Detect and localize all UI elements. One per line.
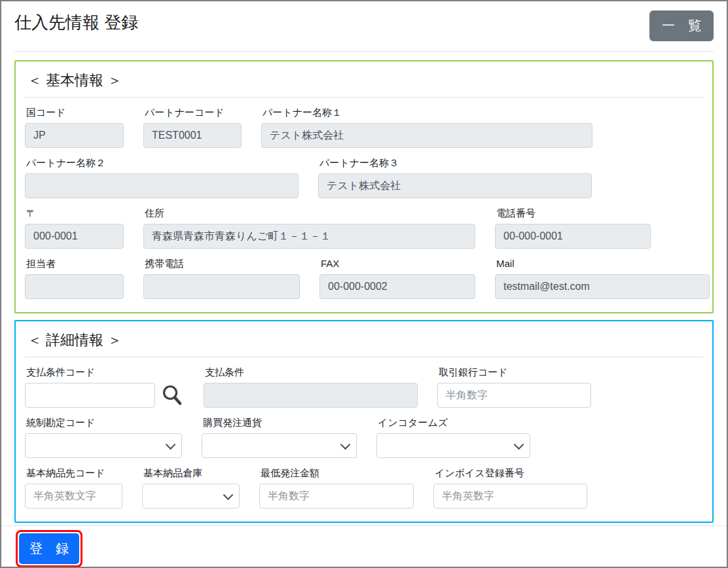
detail-row-3: 基本納品先コード 基本納品倉庫 最低発注金額 インボイス登録番号 xyxy=(25,467,703,508)
partner-name2-input xyxy=(25,173,299,198)
detail-info-divider xyxy=(25,357,703,357)
incoterms-select[interactable] xyxy=(376,433,530,458)
invoice-reg-number-input[interactable] xyxy=(433,484,587,508)
default-delivery-code-label: 基本納品先コード xyxy=(26,467,122,479)
contact-person-label: 担当者 xyxy=(26,258,124,270)
country-code-input xyxy=(25,123,124,148)
register-button-highlight: 登 録 xyxy=(16,530,82,567)
mail-field: Mail xyxy=(495,258,710,299)
basic-info-section: ＜ 基本情報 ＞ 国コード パートナーコード パートナー名称１ パートナー名称２ xyxy=(14,60,714,313)
country-code-field: 国コード xyxy=(25,107,124,148)
contact-person-input xyxy=(25,274,124,299)
po-currency-label: 購買発注通貨 xyxy=(203,417,357,429)
basic-info-title: ＜ 基本情報 ＞ xyxy=(27,71,703,90)
default-warehouse-field: 基本納品倉庫 xyxy=(142,467,240,508)
payment-terms-code-field: 支払条件コード xyxy=(25,366,184,408)
min-order-amount-field: 最低発注金額 xyxy=(259,467,414,508)
bank-code-field: 取引銀行コード xyxy=(437,366,591,408)
partner-name2-field: パートナー名称２ xyxy=(25,157,299,198)
payment-terms-input xyxy=(204,383,418,408)
fax-input xyxy=(319,274,475,299)
payment-terms-field: 支払条件 xyxy=(204,366,418,408)
bank-code-input[interactable] xyxy=(437,383,591,408)
basic-row-2: パートナー名称２ パートナー名称３ xyxy=(25,157,703,198)
footer-divider xyxy=(1,525,727,526)
control-account-code-select[interactable] xyxy=(25,433,182,458)
partner-code-field: パートナーコード xyxy=(143,107,242,148)
address-input xyxy=(143,224,475,249)
supplier-registration-page: 仕入先情報 登録 一 覧 ＜ 基本情報 ＞ 国コード パートナーコード パートナ… xyxy=(0,0,728,568)
incoterms-field: インコタームズ xyxy=(376,417,530,458)
mail-input xyxy=(495,274,710,299)
partner-name3-field: パートナー名称３ xyxy=(318,157,592,198)
fax-label: FAX xyxy=(321,258,475,270)
partner-name1-input xyxy=(261,123,592,148)
contact-person-field: 担当者 xyxy=(25,258,124,299)
country-code-label: 国コード xyxy=(26,107,124,118)
invoice-reg-number-label: インボイス登録番号 xyxy=(435,467,587,479)
detail-info-section: ＜ 詳細情報 ＞ 支払条件コード xyxy=(14,320,714,523)
partner-name3-input xyxy=(318,173,592,198)
postal-code-field: 〒 xyxy=(25,207,124,249)
payment-terms-label: 支払条件 xyxy=(205,366,418,378)
page-title: 仕入先情報 登録 xyxy=(14,9,138,35)
partner-name1-label: パートナー名称１ xyxy=(263,107,592,118)
po-currency-field: 購買発注通貨 xyxy=(202,417,357,458)
mobile-phone-field: 携帯電話 xyxy=(143,258,300,299)
min-order-amount-label: 最低発注金額 xyxy=(261,467,414,479)
partner-code-input xyxy=(143,123,242,148)
postal-code-label: 〒 xyxy=(26,207,124,219)
default-warehouse-select[interactable] xyxy=(142,484,240,508)
address-field: 住所 xyxy=(143,207,475,249)
fax-field: FAX xyxy=(319,258,475,299)
mobile-phone-input xyxy=(143,274,300,299)
register-button[interactable]: 登 録 xyxy=(19,533,79,564)
basic-row-4: 担当者 携帯電話 FAX Mail xyxy=(25,258,703,299)
default-delivery-code-input[interactable] xyxy=(25,484,122,508)
phone-label: 電話番号 xyxy=(496,207,651,219)
phone-input xyxy=(495,224,651,249)
payment-terms-code-label: 支払条件コード xyxy=(26,366,184,378)
postal-code-input xyxy=(25,224,124,249)
payment-terms-code-input[interactable] xyxy=(25,383,155,408)
po-currency-select[interactable] xyxy=(202,433,357,458)
partner-name2-label: パートナー名称２ xyxy=(26,157,299,169)
basic-info-divider xyxy=(25,97,703,98)
mail-label: Mail xyxy=(496,258,710,270)
phone-field: 電話番号 xyxy=(495,207,651,249)
search-icon xyxy=(160,399,184,409)
partner-name1-field: パートナー名称１ xyxy=(261,107,592,148)
payment-terms-search-button[interactable] xyxy=(160,383,184,407)
mobile-phone-label: 携帯電話 xyxy=(145,258,300,270)
default-warehouse-label: 基本納品倉庫 xyxy=(143,467,240,479)
detail-info-title: ＜ 詳細情報 ＞ xyxy=(27,330,703,350)
detail-row-2: 統制勘定コード 購買発注通貨 インコタームズ xyxy=(25,417,703,458)
partner-name3-label: パートナー名称３ xyxy=(319,157,592,169)
control-account-code-field: 統制勘定コード xyxy=(25,417,182,458)
page-header: 仕入先情報 登録 一 覧 xyxy=(14,1,714,41)
incoterms-label: インコタームズ xyxy=(378,417,530,429)
list-button[interactable]: 一 覧 xyxy=(649,10,714,41)
bank-code-label: 取引銀行コード xyxy=(439,366,591,378)
header-divider xyxy=(14,51,714,52)
detail-row-1: 支払条件コード 支払条件 xyxy=(25,366,703,408)
invoice-reg-number-field: インボイス登録番号 xyxy=(433,467,587,508)
basic-row-3: 〒 住所 電話番号 xyxy=(25,207,703,249)
basic-row-1: 国コード パートナーコード パートナー名称１ xyxy=(25,107,703,148)
partner-code-label: パートナーコード xyxy=(145,107,242,118)
min-order-amount-input[interactable] xyxy=(259,484,414,508)
default-delivery-code-field: 基本納品先コード xyxy=(25,467,122,508)
address-label: 住所 xyxy=(145,207,475,219)
control-account-code-label: 統制勘定コード xyxy=(26,417,182,429)
